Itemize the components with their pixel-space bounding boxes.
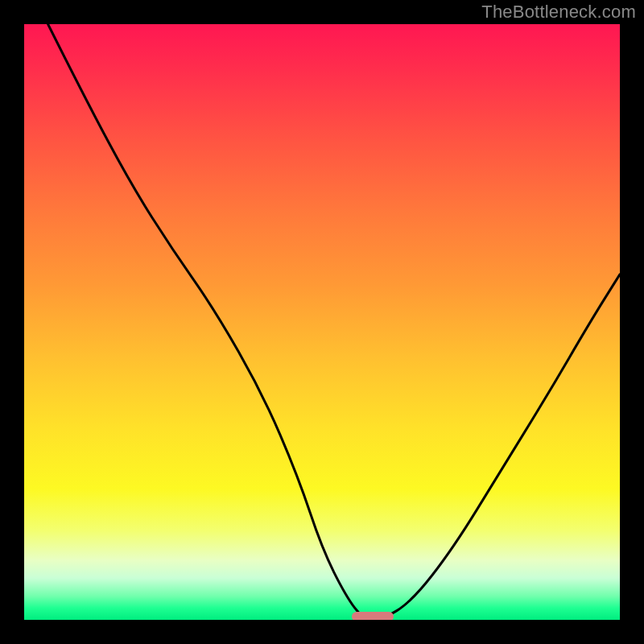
bottleneck-curve <box>48 24 620 620</box>
curve-layer <box>24 24 620 620</box>
watermark-text: TheBottleneck.com <box>481 2 636 23</box>
plot-area <box>24 24 620 620</box>
chart-frame: TheBottleneck.com <box>0 0 644 644</box>
optimal-range-marker <box>352 612 394 620</box>
